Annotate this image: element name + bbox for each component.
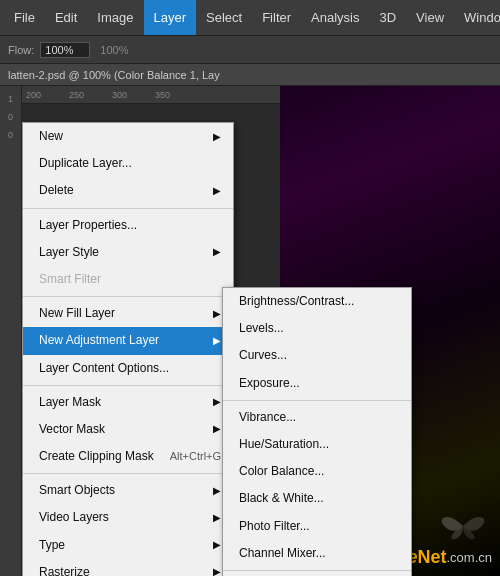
menu-item-smart-objects[interactable]: Smart Objects ▶ [23,477,233,504]
menu-filter[interactable]: Filter [252,0,301,35]
submenu-item-curves[interactable]: Curves... [223,342,411,369]
layer-dropdown-menu: New ▶ Duplicate Layer... Delete ▶ Layer … [22,122,234,576]
dropdown-container: New ▶ Duplicate Layer... Delete ▶ Layer … [22,122,234,576]
ruler-mark: 250 [69,90,84,100]
submenu-arrow: ▶ [213,537,221,553]
ruler-num: 0 [8,126,13,144]
shortcut: Alt+Ctrl+G [154,448,221,466]
menu-image[interactable]: Image [87,0,143,35]
enet-watermark: eNet.com.cn [407,547,492,568]
submenu-arrow: ▶ [213,421,221,437]
separator [223,570,411,571]
submenu-arrow: ▶ [213,510,221,526]
menu-item-video-layers[interactable]: Video Layers ▶ [23,504,233,531]
menu-bar: File Edit Image Layer Select Filter Anal… [0,0,500,36]
menu-item-new-adjustment[interactable]: New Adjustment Layer ▶ [23,327,233,354]
menu-window[interactable]: Window [454,0,500,35]
butterfly-decoration [438,506,488,546]
canvas-area: 200 250 300 350 eNet.com.cn New [22,86,500,576]
submenu-item-black-white[interactable]: Black & White... [223,485,411,512]
menu-edit[interactable]: Edit [45,0,87,35]
separator [23,208,233,209]
submenu-arrow: ▶ [213,306,221,322]
menu-view[interactable]: View [406,0,454,35]
submenu-item-channel-mixer[interactable]: Channel Mixer... [223,540,411,567]
menu-item-new-fill[interactable]: New Fill Layer ▶ [23,300,233,327]
submenu-item-color-balance[interactable]: Color Balance... [223,458,411,485]
menu-select[interactable]: Select [196,0,252,35]
submenu-arrow: ▶ [213,129,221,145]
ruler-mark: 200 [26,90,41,100]
menu-layer[interactable]: Layer [144,0,197,35]
menu-item-properties[interactable]: Layer Properties... [23,212,233,239]
submenu-item-brightness[interactable]: Brightness/Contrast... [223,288,411,315]
menu-3d[interactable]: 3D [369,0,406,35]
menu-item-new[interactable]: New ▶ [23,123,233,150]
separator [23,296,233,297]
submenu-arrow: ▶ [213,183,221,199]
menu-item-style[interactable]: Layer Style ▶ [23,239,233,266]
separator [23,385,233,386]
submenu-item-vibrance[interactable]: Vibrance... [223,404,411,431]
menu-item-content-options[interactable]: Layer Content Options... [23,355,233,382]
flow-label: Flow: [8,44,34,56]
main-area: 1 0 0 200 250 300 350 eNet.com.cn [0,86,500,576]
flow-value-display: 100% [100,44,128,56]
menu-file[interactable]: File [4,0,45,35]
menu-item-type[interactable]: Type ▶ [23,532,233,559]
document-title: latten-2.psd @ 100% (Color Balance 1, La… [8,69,220,81]
ruler-mark: 300 [112,90,127,100]
title-bar: latten-2.psd @ 100% (Color Balance 1, La… [0,64,500,86]
ruler-left: 1 0 0 [0,86,22,576]
flow-input[interactable] [40,42,90,58]
submenu-arrow: ▶ [213,483,221,499]
submenu-arrow: ▶ [213,394,221,410]
menu-item-vector-mask[interactable]: Vector Mask ▶ [23,416,233,443]
submenu-item-hue-saturation[interactable]: Hue/Saturation... [223,431,411,458]
submenu-item-photo-filter[interactable]: Photo Filter... [223,513,411,540]
enet-net: Net [417,547,446,568]
adjustment-submenu: Brightness/Contrast... Levels... Curves.… [222,287,412,576]
menu-item-rasterize[interactable]: Rasterize ▶ [23,559,233,576]
menu-analysis[interactable]: Analysis [301,0,369,35]
submenu-item-levels[interactable]: Levels... [223,315,411,342]
separator [223,400,411,401]
separator [23,473,233,474]
menu-item-duplicate[interactable]: Duplicate Layer... [23,150,233,177]
ruler-num: 0 [8,108,13,126]
menu-item-smart-filter: Smart Filter [23,266,233,293]
enet-domain: .com.cn [446,550,492,565]
submenu-arrow: ▶ [213,333,221,349]
ruler-mark: 350 [155,90,170,100]
submenu-arrow: ▶ [213,564,221,576]
submenu-item-exposure[interactable]: Exposure... [223,370,411,397]
menu-item-delete[interactable]: Delete ▶ [23,177,233,204]
toolbar-row: Flow: 100% [0,36,500,64]
menu-item-clipping-mask[interactable]: Create Clipping Mask Alt+Ctrl+G [23,443,233,470]
ruler-num: 1 [8,90,13,108]
menu-item-layer-mask[interactable]: Layer Mask ▶ [23,389,233,416]
submenu-arrow: ▶ [213,244,221,260]
